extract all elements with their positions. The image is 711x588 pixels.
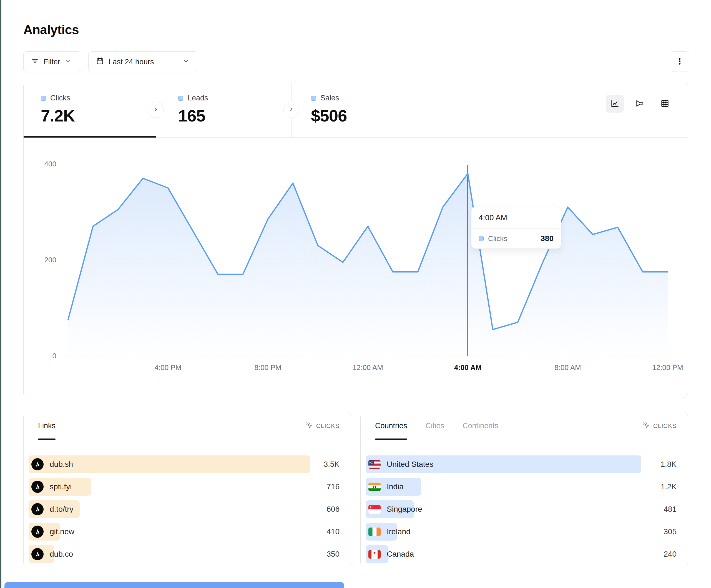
svg-text:200: 200	[44, 256, 56, 264]
date-range-label: Last 24 hours	[109, 58, 154, 66]
dub-logo-icon	[31, 548, 44, 560]
stats-row: Clicks 7.2K Leads 165 Sales $506	[24, 82, 688, 138]
countries-list: United States1.8KIndia1.2KSingapore481Ir…	[361, 440, 688, 563]
date-range-button[interactable]: Last 24 hours	[88, 51, 197, 72]
canada-flag-icon	[368, 550, 381, 559]
table-view-button[interactable]	[656, 95, 674, 113]
cursor-click-icon	[642, 421, 650, 431]
list-item[interactable]: Singapore481	[366, 500, 676, 518]
list-item-value: 350	[313, 550, 340, 559]
chevron-down-icon	[65, 58, 72, 67]
filter-button[interactable]: Filter	[23, 51, 81, 72]
dub-logo-icon	[31, 481, 44, 493]
list-item-value: 3.5K	[313, 460, 340, 469]
tab-leads[interactable]: Leads 165	[156, 82, 291, 137]
list-item[interactable]: spti.fyi716	[28, 478, 340, 496]
expand-clicks-button[interactable]	[148, 102, 164, 118]
cursor-click-icon	[305, 421, 313, 431]
line-chart-view-button[interactable]	[606, 95, 624, 113]
dub-logo-icon	[31, 526, 44, 538]
ireland-flag-icon	[368, 527, 381, 536]
list-item-label: dub.sh	[50, 460, 73, 469]
chart-canvas[interactable]: 02004004:00 PM8:00 PM12:00 AM4:00 AM8:00…	[24, 138, 688, 398]
list-item-label: India	[387, 482, 404, 491]
list-item[interactable]: dub.co350	[28, 545, 340, 563]
list-item[interactable]: git.new410	[28, 523, 340, 541]
leads-tab-label: Leads	[188, 94, 208, 103]
tooltip-legend-swatch	[479, 236, 483, 241]
list-item[interactable]: Canada240	[366, 545, 676, 563]
leads-value: 165	[178, 106, 291, 126]
links-metric-label: CLICKS	[316, 423, 340, 430]
svg-text:4:00 AM: 4:00 AM	[454, 363, 482, 372]
list-item-value: 481	[650, 505, 676, 514]
funnel-view-button[interactable]	[631, 95, 649, 113]
dub-logo-icon	[31, 503, 44, 515]
list-item[interactable]: d.to/try606	[28, 500, 340, 518]
list-item-label: Canada	[387, 550, 414, 559]
analytics-card: Clicks 7.2K Leads 165 Sales $506	[23, 82, 688, 398]
list-item-value: 1.8K	[650, 460, 676, 469]
svg-text:12:00 PM: 12:00 PM	[652, 363, 683, 372]
tab-sales[interactable]: Sales $506	[291, 82, 427, 137]
list-item[interactable]: United States1.8K	[366, 455, 676, 473]
line-chart-icon	[610, 99, 619, 109]
tooltip-value: 380	[541, 234, 554, 243]
list-item-value: 410	[313, 527, 340, 536]
countries-metric-selector[interactable]: CLICKS	[642, 412, 676, 439]
list-item-label: git.new	[50, 527, 74, 536]
clicks-legend-swatch	[41, 96, 46, 101]
leads-legend-swatch	[178, 96, 183, 101]
list-item-label: spti.fyi	[50, 482, 72, 491]
clicks-timeseries-chart[interactable]: 02004004:00 PM8:00 PM12:00 AM4:00 AM8:00…	[24, 138, 688, 398]
filter-lines-icon	[31, 57, 39, 67]
list-item-value: 305	[650, 527, 676, 536]
countries-panel: Countries Cities Continents CLICKS Unite…	[360, 412, 688, 567]
clicks-tab-label: Clicks	[50, 94, 70, 103]
list-item-value: 606	[313, 505, 340, 514]
funnel-icon	[635, 99, 644, 109]
list-item-value: 1.2K	[650, 482, 676, 491]
kebab-menu-icon	[675, 57, 684, 66]
svg-text:8:00 AM: 8:00 AM	[555, 363, 581, 372]
filter-button-label: Filter	[44, 58, 60, 66]
svg-text:400: 400	[44, 160, 56, 168]
list-item-label: Singapore	[387, 505, 422, 514]
expand-leads-button[interactable]	[283, 102, 299, 118]
chevron-down-icon	[182, 58, 190, 67]
list-item-label: dub.co	[50, 550, 73, 559]
tab-countries[interactable]: Countries	[375, 412, 407, 439]
svg-text:12:00 AM: 12:00 AM	[352, 363, 383, 372]
grid-icon	[661, 99, 669, 109]
bottom-banner	[4, 582, 344, 588]
tab-links[interactable]: Links	[38, 412, 56, 439]
chevron-right-icon	[152, 106, 159, 114]
chart-type-toggle	[606, 95, 674, 113]
singapore-flag-icon	[368, 505, 381, 514]
tab-clicks[interactable]: Clicks 7.2K	[24, 82, 156, 137]
list-item[interactable]: Ireland305	[366, 523, 676, 541]
list-item-value: 240	[650, 550, 676, 559]
sales-value: $506	[311, 106, 427, 126]
list-item-label: United States	[387, 460, 433, 469]
tooltip-time: 4:00 AM	[471, 207, 561, 229]
page-title: Analytics	[23, 22, 79, 37]
sales-legend-swatch	[311, 96, 316, 101]
tab-cities[interactable]: Cities	[426, 412, 445, 439]
list-item-value: 716	[313, 482, 340, 491]
india-flag-icon	[368, 482, 381, 491]
svg-text:0: 0	[52, 352, 56, 360]
list-item[interactable]: dub.sh3.5K	[28, 455, 340, 473]
clicks-value: 7.2K	[41, 106, 156, 126]
list-item-label: d.to/try	[50, 505, 73, 514]
calendar-icon	[96, 57, 104, 67]
list-item[interactable]: India1.2K	[366, 478, 676, 496]
tab-continents[interactable]: Continents	[462, 412, 498, 439]
links-metric-selector[interactable]: CLICKS	[305, 412, 340, 439]
svg-text:4:00 PM: 4:00 PM	[155, 363, 181, 372]
chart-tooltip: 4:00 AM Clicks 380	[471, 207, 561, 249]
svg-text:8:00 PM: 8:00 PM	[255, 363, 281, 372]
links-panel: Links CLICKS dub.sh3.5Kspti.fyi716d.to/t…	[23, 412, 351, 567]
sales-tab-label: Sales	[320, 94, 339, 103]
more-options-button[interactable]	[670, 51, 689, 72]
